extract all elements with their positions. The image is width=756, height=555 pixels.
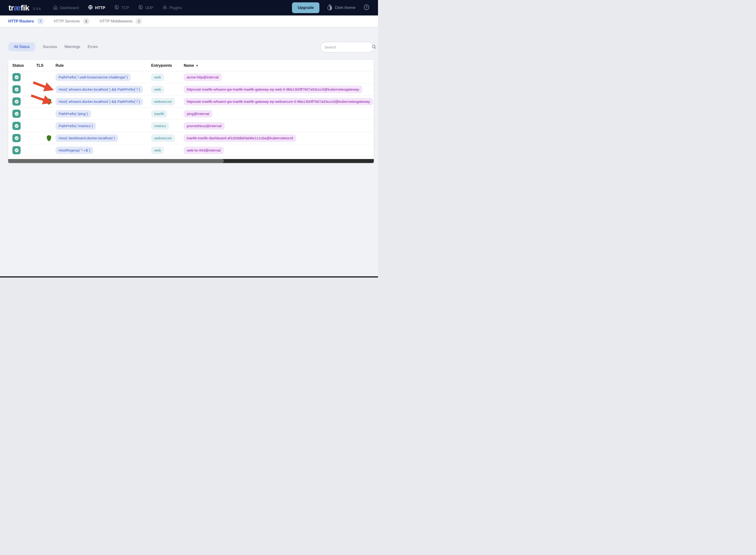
status-cell [12,110,36,118]
entrypoint-chip: web [151,146,164,154]
tab-count-badge: 9 [83,18,89,24]
entrypoint-chip: traefik [151,110,167,118]
rule-cell: Host(`whoami.docker.localhost`) && PathP… [55,86,151,93]
rule-cell: Host(`whoami.docker.localhost`) && PathP… [55,98,151,105]
status-success-icon [12,134,21,142]
tls-cell [36,135,55,141]
tab-http-services[interactable]: HTTP Services 9 [54,18,89,24]
version-label: 3.3.6 [33,7,41,10]
rule-cell: PathPrefix(`/ping`) [55,110,151,118]
theme-toggle-label: Dark theme [335,5,356,10]
search-input[interactable] [325,45,371,49]
name-cell: prometheus@internal [184,122,374,130]
name-chip: httproute-traefik-whoami-gw-traefik-trae… [184,86,362,93]
column-header-status[interactable]: Status [12,63,36,68]
logo-ae-ligature: æ [14,3,21,12]
entrypoint-chip: websecure [151,134,175,142]
entrypoints-cell: web [151,86,184,93]
rule-chip: PathPrefix(`/metrics`) [55,122,96,130]
status-cell [12,134,36,142]
status-cell [12,85,36,93]
traefik-logo[interactable]: træfik [8,3,29,12]
nav-item-http[interactable]: HTTP [88,5,105,11]
filter-errors[interactable]: Errors [84,42,102,51]
tab-http-middlewares[interactable]: HTTP Middlewares 2 [100,18,142,24]
help-button[interactable]: ? [363,4,369,11]
horizontal-scrollbar[interactable] [8,159,374,163]
name-cell: httproute-traefik-whoami-gw-traefik-trae… [184,98,374,105]
question-circle-icon: ? [363,4,369,11]
column-header-name[interactable]: Name ▼ [184,63,374,68]
nav-item-dashboard[interactable]: Dashboard [53,5,79,11]
status-success-icon [12,73,21,81]
table-row[interactable]: PathPrefix(`/.well-known/acme-challenge/… [8,71,374,83]
tls-cell [36,98,55,105]
name-chip: httproute-traefik-whoami-gw-traefik-trae… [184,98,373,105]
name-cell: web-to-443@internal [184,146,374,154]
name-cell: ping@internal [184,110,374,118]
top-navbar: træfik 3.3.6 Dashboard HTTP TCP [0,0,378,15]
name-chip: ping@internal [184,110,212,118]
status-cell [12,146,36,154]
nav-item-plugins[interactable]: Plugins [162,5,182,11]
name-chip: acme-http@internal [184,74,222,81]
upgrade-button[interactable]: Upgrade [292,2,319,13]
rule-chip: Host(`whoami.docker.localhost`) && PathP… [55,98,143,105]
entrypoints-cell: web [151,146,184,154]
rule-cell: Host(`dashboard.docker.localhost`) [55,134,151,142]
status-success-icon [12,110,21,118]
column-header-rule[interactable]: Rule [55,63,151,68]
filter-warnings[interactable]: Warnings [61,42,84,51]
routers-table-card: Status TLS Rule Entrypoints Name ▼ PathP… [8,60,374,163]
entrypoint-chip: web [151,86,164,93]
column-header-entrypoints[interactable]: Entrypoints [151,63,184,68]
rule-cell: PathPrefix(`/metrics`) [55,122,151,130]
rule-chip: PathPrefix(`/.well-known/acme-challenge/… [55,74,131,81]
section-tabs: HTTP Routers 7 HTTP Services 9 HTTP Midd… [0,15,378,27]
rule-chip: Host(`whoami.docker.localhost`) && PathP… [55,86,143,93]
name-cell: traefik-traefik-dashboard-af1d2ddb83a06e… [184,134,374,142]
tab-count-badge: 7 [37,18,44,24]
entrypoint-chip: websecure [151,98,175,105]
globe-icon [138,5,143,11]
nav-item-udp[interactable]: UDP [138,5,154,11]
rule-cell: PathPrefix(`/.well-known/acme-challenge/… [55,74,151,81]
entrypoints-cell: websecure [151,134,184,142]
theme-toggle[interactable]: Dark theme [327,4,356,11]
table-row[interactable]: Host(`whoami.docker.localhost`) && PathP… [8,95,374,108]
home-icon [53,5,58,11]
table-row[interactable]: Host(`whoami.docker.localhost`) && PathP… [8,83,374,95]
table-row[interactable]: PathPrefix(`/ping`) traefik ping@interna… [8,108,374,120]
name-chip: prometheus@internal [184,122,225,130]
search-box [321,42,374,52]
table-header-row: Status TLS Rule Entrypoints Name ▼ [8,60,374,71]
tab-http-routers[interactable]: HTTP Routers 7 [8,18,44,24]
name-chip: web-to-443@internal [184,146,224,154]
status-cell [12,122,36,130]
status-cell [12,97,36,105]
filter-success[interactable]: Success [39,42,61,51]
table-row[interactable]: Host(`dashboard.docker.localhost`) webse… [8,132,374,144]
nav-item-tcp[interactable]: TCP [114,5,129,11]
status-success-icon [12,85,21,93]
status-success-icon [12,146,21,154]
rule-chip: Host(`dashboard.docker.localhost`) [55,134,118,142]
status-cell [12,73,36,81]
bottom-edge-strip [0,276,378,278]
filter-all-status[interactable]: All Status [8,42,35,51]
tls-shield-icon [46,98,52,105]
table-body: PathPrefix(`/.well-known/acme-challenge/… [8,71,374,157]
traefik-dashboard-page: træfik 3.3.6 Dashboard HTTP TCP [0,0,378,278]
svg-text:?: ? [366,5,368,9]
column-header-tls[interactable]: TLS [36,63,55,68]
scrollbar-thumb[interactable] [8,159,224,163]
table-row[interactable]: HostRegexp(`^.+$`) web web-to-443@intern… [8,144,374,157]
entrypoint-chip: web [151,74,164,81]
entrypoints-cell: metrics [151,122,184,130]
rule-chip: PathPrefix(`/ping`) [55,110,91,118]
navbar-right-group: Upgrade Dark theme ? [292,2,369,13]
tab-count-badge: 2 [136,18,142,24]
main-nav: Dashboard HTTP TCP UDP [53,5,182,11]
table-row[interactable]: PathPrefix(`/metrics`) metrics prometheu… [8,120,374,132]
name-cell: httproute-traefik-whoami-gw-traefik-trae… [184,86,374,93]
